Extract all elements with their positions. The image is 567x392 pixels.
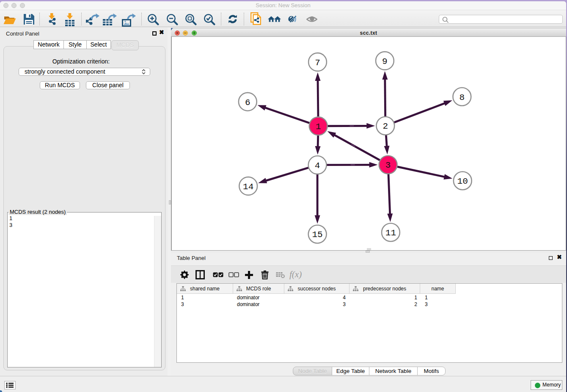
svg-text:6: 6 <box>245 98 250 108</box>
svg-text:3: 3 <box>385 160 391 170</box>
svg-text:f(x): f(x) <box>289 270 302 279</box>
svg-text:8: 8 <box>459 93 465 102</box>
svg-text:9: 9 <box>382 57 388 66</box>
svg-text:1: 1 <box>316 122 321 132</box>
svg-text:4: 4 <box>315 161 320 171</box>
svg-text:14: 14 <box>243 182 253 192</box>
svg-text:7: 7 <box>315 58 320 68</box>
svg-text:11: 11 <box>385 228 396 238</box>
svg-text:10: 10 <box>457 177 468 186</box>
svg-text:2: 2 <box>383 121 388 131</box>
svg-text:15: 15 <box>312 230 322 240</box>
